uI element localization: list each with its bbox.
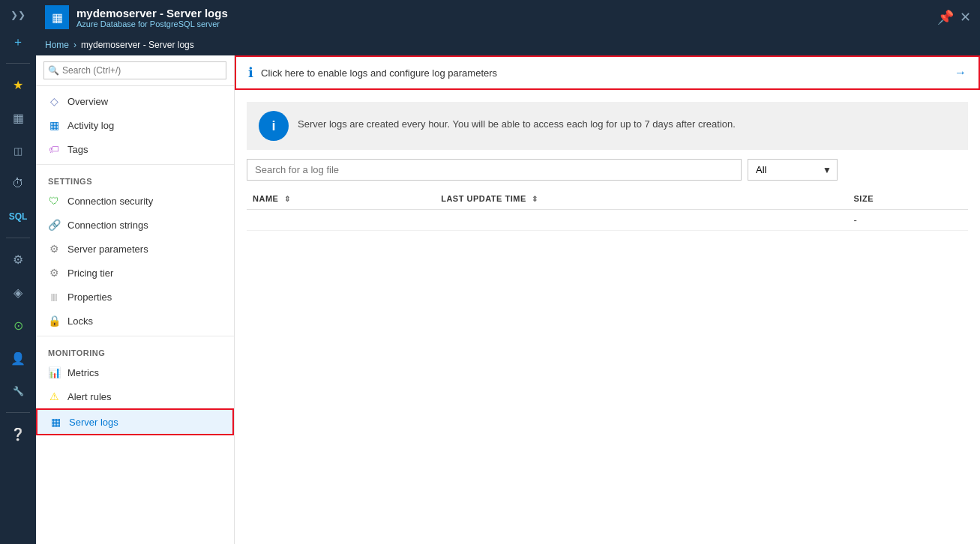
sidebar-item-properties-label: Properties bbox=[67, 291, 112, 303]
dropdown-wrapper: All ▼ bbox=[748, 159, 838, 181]
top-header: ▦ mydemoserver - Server logs Azure Datab… bbox=[36, 0, 980, 34]
pricing-tier-icon: ⚙ bbox=[48, 267, 60, 279]
recent-icon[interactable]: ⏱ bbox=[3, 169, 33, 199]
separator2 bbox=[6, 238, 30, 238]
icon-bar: ❯❯ ＋ ★ ▦ ◫ ⏱ SQL ⚙ ◈ ⊙ 👤 🔧 ❔ bbox=[0, 0, 36, 544]
favorites-icon[interactable]: ★ bbox=[3, 70, 33, 100]
filter-dropdown[interactable]: All bbox=[748, 159, 838, 181]
search-input[interactable] bbox=[43, 61, 226, 79]
sidebar-item-connection-security[interactable]: 🛡 Connection security bbox=[36, 189, 234, 213]
locks-icon: 🔒 bbox=[48, 315, 60, 327]
sidebar-item-server-parameters[interactable]: ⚙ Server parameters bbox=[36, 237, 234, 261]
empty-cell-2 bbox=[435, 210, 847, 231]
sidebar-item-server-logs[interactable]: ▦ Server logs bbox=[36, 408, 234, 435]
connection-security-icon: 🛡 bbox=[48, 195, 60, 207]
logs-table: NAME ⇕ LAST UPDATE TIME ⇕ SIZE bbox=[247, 188, 968, 231]
sql-icon[interactable]: SQL bbox=[3, 202, 33, 232]
add-icon[interactable]: ＋ bbox=[3, 27, 33, 57]
account-icon[interactable]: 👤 bbox=[3, 343, 33, 373]
server-logs-icon: ▦ bbox=[49, 416, 61, 428]
sidebar-search-container: 🔍 bbox=[36, 55, 234, 86]
monitoring-section-label: MONITORING bbox=[36, 339, 234, 360]
info-box-text: Server logs are created every hour. You … bbox=[298, 111, 736, 132]
sidebar-item-connection-strings[interactable]: 🔗 Connection strings bbox=[36, 213, 234, 237]
log-search-input[interactable] bbox=[247, 159, 742, 181]
settings-section-label: SETTINGS bbox=[36, 168, 234, 189]
main-content: ℹ Click here to enable logs and configur… bbox=[235, 55, 980, 544]
sidebar-item-alert-rules[interactable]: ⚠ Alert rules bbox=[36, 384, 234, 408]
metrics-icon: 📊 bbox=[48, 366, 60, 378]
activity-log-icon: ▦ bbox=[48, 119, 60, 131]
overview-icon: ◇ bbox=[48, 95, 60, 107]
diamond-icon[interactable]: ◈ bbox=[3, 277, 33, 307]
header-text: mydemoserver - Server logs Azure Databas… bbox=[76, 7, 931, 28]
alert-banner[interactable]: ℹ Click here to enable logs and configur… bbox=[235, 55, 980, 90]
sidebar: 🔍 ◇ Overview ▦ Activity log 🏷 Tags bbox=[36, 55, 235, 544]
sidebar-item-metrics[interactable]: 📊 Metrics bbox=[36, 360, 234, 384]
table-body: - bbox=[247, 210, 968, 231]
col-name-label: NAME bbox=[253, 194, 278, 203]
tools-icon[interactable]: 🔧 bbox=[3, 376, 33, 406]
table-empty-row: - bbox=[247, 210, 968, 231]
separator bbox=[6, 63, 30, 64]
page-title: mydemoserver - Server logs bbox=[76, 7, 931, 19]
breadcrumb-current: mydemoserver - Server logs bbox=[81, 40, 194, 50]
sidebar-item-activity-log-label: Activity log bbox=[67, 120, 114, 131]
sidebar-item-locks[interactable]: 🔒 Locks bbox=[36, 309, 234, 333]
sidebar-item-properties[interactable]: ||| Properties bbox=[36, 285, 234, 309]
connection-strings-icon: 🔗 bbox=[48, 219, 60, 231]
resource-icon: ▦ bbox=[45, 5, 69, 29]
search-icon: 🔍 bbox=[48, 65, 59, 76]
empty-cell-1 bbox=[247, 210, 435, 231]
resources-icon[interactable]: ◫ bbox=[3, 136, 33, 166]
toolbar-row: All ▼ bbox=[235, 159, 980, 188]
sidebar-item-pricing-tier[interactable]: ⚙ Pricing tier bbox=[36, 261, 234, 285]
col-name[interactable]: NAME ⇕ bbox=[247, 188, 435, 210]
sidebar-item-overview-label: Overview bbox=[67, 96, 108, 107]
sidebar-item-metrics-label: Metrics bbox=[67, 367, 99, 378]
tags-icon: 🏷 bbox=[48, 143, 60, 155]
page-subtitle: Azure Database for PostgreSQL server bbox=[76, 19, 931, 28]
sidebar-item-server-logs-label: Server logs bbox=[69, 417, 118, 428]
sidebar-nav: ◇ Overview ▦ Activity log 🏷 Tags SETTING… bbox=[36, 86, 234, 438]
sort-name-icon[interactable]: ⇕ bbox=[284, 195, 291, 203]
sidebar-item-alert-rules-label: Alert rules bbox=[67, 391, 112, 402]
sidebar-item-overview[interactable]: ◇ Overview bbox=[36, 89, 234, 113]
col-size-label: SIZE bbox=[854, 194, 874, 203]
help-icon[interactable]: ❔ bbox=[3, 419, 33, 449]
alert-banner-arrow: → bbox=[955, 66, 967, 79]
info-icon: i bbox=[259, 111, 289, 141]
col-last-update[interactable]: LAST UPDATE TIME ⇕ bbox=[435, 188, 847, 210]
gear-icon[interactable]: ⚙ bbox=[3, 244, 33, 274]
sidebar-item-locks-label: Locks bbox=[67, 315, 93, 327]
pin-icon[interactable]: 📌 bbox=[937, 9, 954, 25]
sidebar-item-tags[interactable]: 🏷 Tags bbox=[36, 137, 234, 161]
sidebar-item-connection-strings-label: Connection strings bbox=[67, 220, 148, 231]
sidebar-item-connection-security-label: Connection security bbox=[67, 196, 153, 207]
sidebar-item-server-parameters-label: Server parameters bbox=[67, 244, 148, 255]
separator3 bbox=[6, 412, 30, 413]
info-box: i Server logs are created every hour. Yo… bbox=[247, 102, 968, 150]
close-icon[interactable]: ✕ bbox=[960, 9, 971, 25]
col-last-update-label: LAST UPDATE TIME bbox=[441, 194, 526, 203]
collapse-button[interactable]: ❯❯ bbox=[3, 6, 33, 24]
col-size: SIZE bbox=[848, 188, 968, 210]
sidebar-item-activity-log[interactable]: ▦ Activity log bbox=[36, 113, 234, 137]
breadcrumb-bar: Home › mydemoserver - Server logs bbox=[36, 34, 980, 55]
dashboard-icon[interactable]: ▦ bbox=[3, 103, 33, 133]
sidebar-item-tags-label: Tags bbox=[67, 144, 88, 155]
empty-cell-3: - bbox=[848, 210, 968, 231]
properties-icon: ||| bbox=[48, 291, 60, 303]
breadcrumb-sep: › bbox=[73, 40, 76, 50]
divider-1 bbox=[36, 164, 234, 165]
alert-banner-text: Click here to enable logs and configure … bbox=[261, 67, 947, 79]
sort-last-update-icon[interactable]: ⇕ bbox=[532, 195, 538, 203]
alert-rules-icon: ⚠ bbox=[48, 390, 60, 402]
sidebar-item-pricing-tier-label: Pricing tier bbox=[67, 268, 113, 279]
breadcrumb-home[interactable]: Home bbox=[45, 40, 69, 50]
circle-icon[interactable]: ⊙ bbox=[3, 310, 33, 340]
header-actions: 📌 ✕ bbox=[937, 9, 971, 25]
divider-2 bbox=[36, 336, 234, 336]
table-area: NAME ⇕ LAST UPDATE TIME ⇕ SIZE bbox=[235, 188, 980, 544]
table-header-row: NAME ⇕ LAST UPDATE TIME ⇕ SIZE bbox=[247, 188, 968, 210]
